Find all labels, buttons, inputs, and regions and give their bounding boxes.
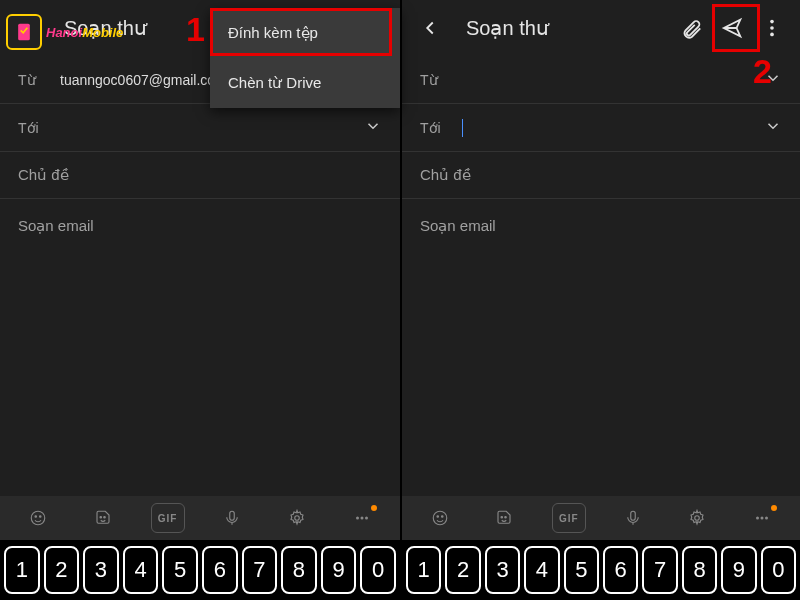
screenshot-right: Soạn thư 2 Từ Tới Chủ đề Soạn email GIF (400, 0, 800, 600)
sticker-icon[interactable] (86, 503, 120, 533)
gear-icon[interactable] (680, 503, 714, 533)
keyboard-toolbar: GIF (0, 496, 400, 540)
screenshot-left: Soạn thư HanoiMobile Đính kèm tệp Chèn t… (0, 0, 400, 600)
key-5[interactable]: 5 (564, 546, 599, 594)
svg-point-20 (501, 517, 503, 519)
to-value (462, 118, 764, 136)
gear-icon[interactable] (280, 503, 314, 533)
key-3[interactable]: 3 (83, 546, 119, 594)
more-icon[interactable] (752, 8, 792, 48)
subject-field[interactable]: Chủ đề (0, 152, 400, 199)
to-field[interactable]: Tới (402, 104, 800, 152)
svg-point-13 (365, 517, 368, 520)
back-icon[interactable] (8, 8, 48, 48)
key-1[interactable]: 1 (406, 546, 441, 594)
subject-field[interactable]: Chủ đề (402, 152, 800, 199)
svg-point-5 (35, 516, 37, 518)
svg-point-6 (40, 516, 42, 518)
emoji-icon[interactable] (423, 503, 457, 533)
from-label: Từ (420, 72, 462, 88)
to-field[interactable]: Tới (0, 104, 400, 152)
svg-point-10 (295, 516, 300, 521)
back-icon[interactable] (410, 8, 450, 48)
menu-attach-file[interactable]: Đính kèm tệp (210, 8, 400, 58)
svg-point-24 (756, 517, 759, 520)
key-9[interactable]: 9 (321, 546, 357, 594)
mic-icon[interactable] (616, 503, 650, 533)
key-9[interactable]: 9 (721, 546, 756, 594)
menu-insert-drive[interactable]: Chèn từ Drive (210, 58, 400, 108)
compose-title: Soạn thư (466, 16, 672, 40)
more-keyboard-icon[interactable] (345, 503, 379, 533)
key-7[interactable]: 7 (242, 546, 278, 594)
from-field[interactable]: Từ (402, 56, 800, 104)
attach-menu: Đính kèm tệp Chèn từ Drive (210, 8, 400, 108)
svg-point-25 (760, 517, 763, 520)
svg-point-4 (32, 511, 46, 525)
emoji-icon[interactable] (21, 503, 55, 533)
key-1[interactable]: 1 (4, 546, 40, 594)
svg-point-18 (437, 516, 439, 518)
chevron-down-icon[interactable] (764, 117, 782, 138)
more-keyboard-icon[interactable] (745, 503, 779, 533)
svg-point-23 (695, 516, 700, 521)
key-4[interactable]: 4 (524, 546, 559, 594)
keyboard-toolbar: GIF (402, 496, 800, 540)
svg-point-12 (360, 517, 363, 520)
svg-point-7 (100, 517, 102, 519)
compose-header: Soạn thư (402, 0, 800, 56)
sticker-icon[interactable] (487, 503, 521, 533)
to-label: Tới (18, 120, 60, 136)
key-5[interactable]: 5 (162, 546, 198, 594)
keyboard-number-row: 1 2 3 4 5 6 7 8 9 0 (0, 540, 400, 600)
svg-point-14 (770, 20, 774, 24)
svg-point-17 (433, 511, 447, 525)
svg-rect-22 (631, 511, 636, 520)
body-field[interactable]: Soạn email (402, 199, 800, 496)
body-field[interactable]: Soạn email (0, 199, 400, 496)
key-2[interactable]: 2 (445, 546, 480, 594)
text-cursor (462, 119, 463, 137)
key-8[interactable]: 8 (682, 546, 717, 594)
gif-icon[interactable]: GIF (552, 503, 586, 533)
mic-icon[interactable] (215, 503, 249, 533)
gif-icon[interactable]: GIF (151, 503, 185, 533)
key-7[interactable]: 7 (642, 546, 677, 594)
key-0[interactable]: 0 (360, 546, 396, 594)
svg-point-26 (765, 517, 768, 520)
key-8[interactable]: 8 (281, 546, 317, 594)
chevron-down-icon[interactable] (764, 69, 782, 90)
key-4[interactable]: 4 (123, 546, 159, 594)
attach-icon[interactable] (672, 8, 712, 48)
chevron-down-icon[interactable] (364, 117, 382, 138)
svg-point-19 (442, 516, 444, 518)
svg-rect-9 (230, 511, 235, 520)
svg-point-11 (356, 517, 359, 520)
key-2[interactable]: 2 (44, 546, 80, 594)
svg-point-21 (505, 517, 507, 519)
keyboard-number-row: 1 2 3 4 5 6 7 8 9 0 (402, 540, 800, 600)
send-icon[interactable] (712, 8, 752, 48)
svg-point-15 (770, 26, 774, 30)
key-6[interactable]: 6 (603, 546, 638, 594)
svg-point-16 (770, 33, 774, 37)
key-0[interactable]: 0 (761, 546, 796, 594)
to-label: Tới (420, 120, 462, 136)
from-label: Từ (18, 72, 60, 88)
key-6[interactable]: 6 (202, 546, 238, 594)
key-3[interactable]: 3 (485, 546, 520, 594)
svg-point-8 (104, 517, 106, 519)
